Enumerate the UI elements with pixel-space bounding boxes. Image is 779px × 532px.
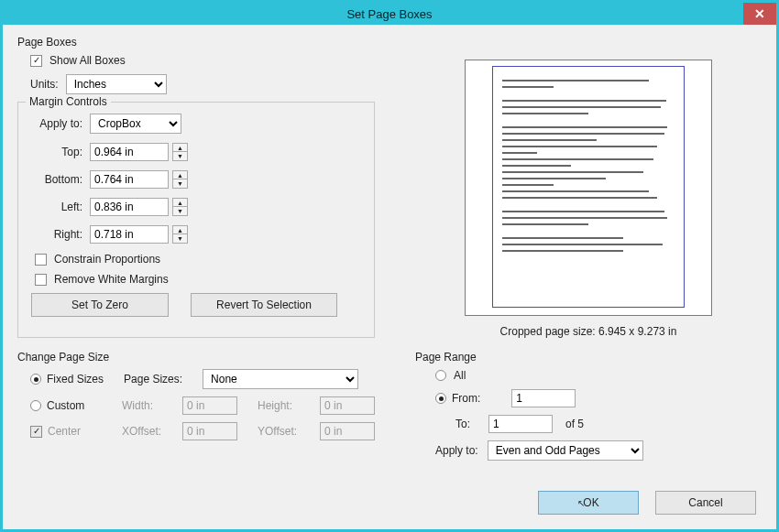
cancel-label: Cancel [688,496,722,509]
xoffset-input [182,422,237,440]
dialog-window: Set Page Boxes ✕ Page Boxes Show All Box… [0,0,779,532]
left-label: Left: [31,201,90,213]
page-range-heading: Page Range [415,351,762,364]
yoffset-input [320,422,375,440]
left-input[interactable] [90,198,169,216]
fixed-sizes-radio[interactable] [30,374,41,385]
set-to-zero-label: Set To Zero [71,299,128,311]
chevron-down-icon: ▼ [173,207,187,215]
revert-to-selection-label: Revert To Selection [216,299,312,311]
preview-caption: Cropped page size: 6.945 x 9.273 in [500,325,677,338]
chevron-up-icon: ▲ [173,199,187,207]
set-to-zero-button[interactable]: Set To Zero [31,293,169,317]
page-preview [465,60,712,316]
chevron-up-icon: ▲ [173,171,187,179]
revert-to-selection-button[interactable]: Revert To Selection [191,293,337,317]
titlebar: Set Page Boxes ✕ [3,3,776,25]
chevron-up-icon: ▲ [173,226,187,234]
show-all-boxes-label: Show All Boxes [49,54,126,67]
yoffset-label: YOffset: [258,425,300,438]
left-spinner[interactable]: ▲ ▼ [172,198,188,216]
margin-controls-group: Margin Controls Apply to: CropBox Top: ▲ [17,102,375,338]
of-total-label: of 5 [565,418,584,430]
bottom-spinner[interactable]: ▲ ▼ [172,170,188,189]
apply-to-select[interactable]: CropBox [90,114,181,134]
to-input[interactable] [488,415,553,433]
from-label: From: [452,392,480,405]
close-icon: ✕ [754,6,765,21]
xoffset-label: XOffset: [122,425,162,438]
height-input [320,396,375,415]
units-select[interactable]: Inches [66,74,167,94]
close-button[interactable]: ✕ [743,3,776,25]
page-sizes-label: Page Sizes: [124,373,182,385]
custom-radio[interactable] [30,400,41,411]
range-apply-to-label: Apply to: [435,444,478,457]
top-label: Top: [31,146,90,158]
constrain-proportions-label: Constrain Proportions [54,253,160,266]
bottom-input[interactable] [90,170,169,189]
chevron-up-icon: ▲ [173,144,187,152]
center-checkbox [30,426,42,438]
cancel-button[interactable]: Cancel [655,491,756,515]
right-input[interactable] [90,225,169,244]
right-spinner[interactable]: ▲ ▼ [172,225,188,244]
units-label: Units: [30,78,59,91]
from-input[interactable] [511,389,576,407]
fixed-sizes-label: Fixed Sizes [47,373,104,385]
custom-label: Custom [47,399,84,412]
chevron-down-icon: ▼ [173,234,187,243]
height-label: Height: [258,399,300,412]
chevron-down-icon: ▼ [173,152,187,160]
change-page-size-heading: Change Page Size [17,351,393,364]
page-preview-inner [492,66,685,308]
bottom-label: Bottom: [31,173,90,186]
all-radio[interactable] [435,370,446,381]
all-label: All [454,369,466,382]
width-input [182,396,237,415]
right-label: Right: [31,228,90,241]
to-label: To: [455,418,476,430]
chevron-down-icon: ▼ [173,179,187,188]
apply-to-label: Apply to: [31,117,90,130]
page-sizes-select[interactable]: None [203,369,358,389]
ok-button[interactable]: ↖ OK [538,491,639,515]
width-label: Width: [122,399,162,412]
remove-white-margins-label: Remove White Margins [54,273,169,286]
remove-white-margins-checkbox[interactable] [35,274,47,286]
top-spinner[interactable]: ▲ ▼ [172,143,188,161]
center-label: Center [48,425,81,438]
range-apply-to-select[interactable]: Even and Odd Pages [488,440,643,461]
constrain-proportions-checkbox[interactable] [35,254,47,266]
show-all-boxes-checkbox[interactable] [30,55,42,67]
margin-controls-legend: Margin Controls [26,95,111,108]
top-input[interactable] [90,143,169,161]
from-radio[interactable] [435,393,446,404]
page-boxes-heading: Page Boxes [17,36,762,49]
window-title: Set Page Boxes [346,7,432,21]
ok-label: OK [583,496,598,509]
